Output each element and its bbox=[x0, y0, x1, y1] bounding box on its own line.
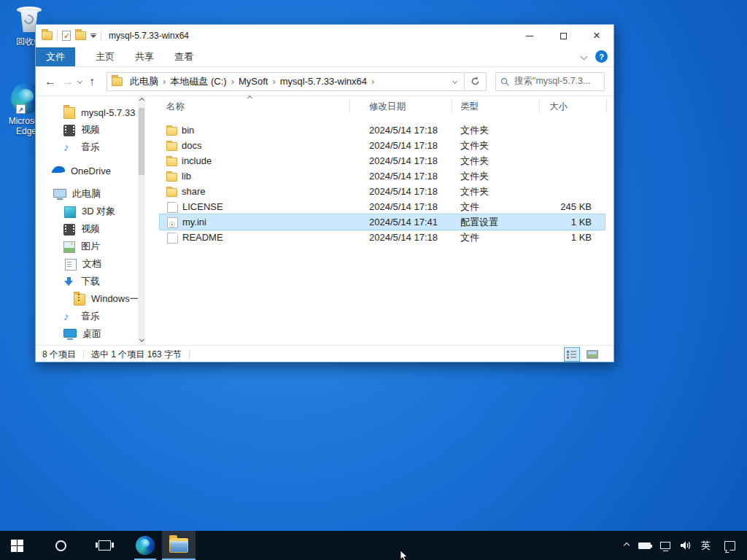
properties-button[interactable] bbox=[62, 31, 71, 41]
sidebar-item[interactable]: 图片 bbox=[36, 238, 138, 255]
sidebar-item[interactable]: Windows一键 bbox=[36, 290, 138, 308]
breadcrumb-separator-icon[interactable]: › bbox=[161, 76, 167, 87]
minimize-button[interactable]: ─ bbox=[513, 25, 546, 47]
volume-icon[interactable] bbox=[680, 540, 692, 551]
sidebar-item[interactable]: mysql-5.7.33 bbox=[36, 104, 138, 121]
breadcrumb-item[interactable]: 本地磁盘 (C:) bbox=[167, 75, 229, 88]
file-name: include bbox=[182, 153, 212, 168]
file-row[interactable]: docs2024/5/14 17:18文件夹 bbox=[160, 138, 605, 153]
taskbar-edge-button[interactable] bbox=[128, 531, 162, 560]
breadcrumb-separator-icon[interactable]: › bbox=[230, 76, 236, 87]
sidebar-item[interactable]: 音乐 bbox=[36, 308, 138, 325]
config-file-icon bbox=[167, 217, 178, 228]
column-header-name[interactable]: 名称 bbox=[166, 101, 185, 113]
sidebar-scrollbar[interactable] bbox=[138, 96, 145, 345]
items-count: 8 个项目 bbox=[42, 349, 76, 361]
sidebar-item[interactable]: 3D 对象 bbox=[36, 203, 138, 220]
cortana-search-icon bbox=[55, 540, 66, 551]
ribbon-tab-share[interactable]: 共享 bbox=[125, 47, 164, 66]
search-icon bbox=[500, 77, 509, 86]
breadcrumb-separator-icon[interactable]: › bbox=[370, 76, 376, 87]
windows-logo-icon bbox=[11, 540, 23, 552]
new-folder-button[interactable] bbox=[75, 31, 86, 40]
column-header-date[interactable]: 修改日期 bbox=[369, 101, 406, 113]
ribbon-tab-view[interactable]: 查看 bbox=[164, 47, 204, 66]
folder-icon bbox=[166, 142, 177, 151]
file-row[interactable]: LICENSE2024/5/14 17:18文件245 KB bbox=[160, 199, 605, 214]
file-name: LICENSE bbox=[182, 199, 223, 214]
file-row[interactable]: bin2024/5/14 17:18文件夹 bbox=[160, 122, 605, 138]
action-center-icon[interactable] bbox=[724, 541, 735, 551]
selection-status: 选中 1 个项目 163 字节 bbox=[91, 349, 182, 361]
back-button[interactable]: ← bbox=[42, 75, 59, 88]
show-hidden-icons-button[interactable] bbox=[624, 542, 630, 548]
customize-qat-button[interactable] bbox=[90, 34, 96, 39]
task-view-button[interactable] bbox=[88, 531, 121, 560]
task-view-icon bbox=[98, 540, 111, 551]
start-button[interactable] bbox=[0, 531, 34, 560]
status-bar: 8 个项目 选中 1 个项目 163 字节 bbox=[36, 345, 614, 363]
sidebar-item-label: 音乐 bbox=[81, 310, 100, 323]
address-bar[interactable]: 此电脑›本地磁盘 (C:)›MySoft›mysql-5.7.33-winx64… bbox=[107, 72, 487, 91]
file-row[interactable]: README2024/5/14 17:18文件1 KB bbox=[160, 230, 605, 245]
file-type: 文件夹 bbox=[460, 153, 489, 168]
ribbon-tab-home[interactable]: 主页 bbox=[85, 47, 125, 66]
recent-locations-icon[interactable] bbox=[77, 79, 82, 84]
file-explorer-icon bbox=[169, 538, 188, 553]
sidebar-item[interactable]: 下载 bbox=[36, 273, 138, 290]
sidebar-item[interactable]: 音乐 bbox=[36, 139, 138, 156]
column-header-size[interactable]: 大小 bbox=[549, 101, 568, 113]
search-taskbar-button[interactable] bbox=[44, 531, 77, 560]
address-dropdown-icon[interactable] bbox=[445, 73, 464, 90]
details-view-button[interactable] bbox=[564, 347, 580, 362]
sidebar-item-label: OneDrive bbox=[71, 166, 111, 176]
breadcrumb-separator-icon[interactable]: › bbox=[271, 76, 276, 87]
folder-icon bbox=[166, 158, 177, 166]
forward-button[interactable]: → bbox=[59, 75, 77, 88]
ribbon-tabs: 文件主页共享查看 ? bbox=[36, 47, 614, 67]
thumbnail-view-button[interactable] bbox=[584, 347, 600, 362]
file-size: 245 KB bbox=[539, 199, 592, 214]
folder-icon bbox=[63, 107, 75, 119]
breadcrumb-item[interactable]: mysql-5.7.33-winx64 bbox=[277, 76, 370, 87]
sidebar-item-label: 此电脑 bbox=[72, 187, 101, 201]
breadcrumb: 此电脑›本地磁盘 (C:)›MySoft›mysql-5.7.33-winx64… bbox=[123, 75, 445, 88]
file-row[interactable]: my.ini2024/5/14 17:41配置设置1 KB bbox=[160, 214, 605, 230]
file-row[interactable]: include2024/5/14 17:18文件夹 bbox=[160, 153, 605, 168]
thumbnail-view-icon bbox=[587, 350, 598, 359]
sidebar-item[interactable]: 视频 bbox=[36, 220, 138, 238]
network-icon[interactable] bbox=[660, 542, 670, 549]
maximize-button[interactable] bbox=[546, 25, 580, 47]
up-button[interactable]: ↑ bbox=[83, 75, 101, 88]
scrollbar-thumb[interactable] bbox=[139, 108, 144, 175]
help-button[interactable]: ? bbox=[595, 50, 608, 63]
file-date: 2024/5/14 17:18 bbox=[369, 122, 438, 138]
file-date: 2024/5/14 17:18 bbox=[369, 153, 438, 168]
sidebar-item[interactable]: 视频 bbox=[36, 121, 138, 139]
sort-ascending-icon bbox=[248, 96, 252, 100]
breadcrumb-item[interactable]: 此电脑 bbox=[127, 75, 161, 88]
ribbon-tab-file[interactable]: 文件 bbox=[36, 47, 75, 66]
taskbar-explorer-button[interactable] bbox=[162, 531, 196, 560]
scrollbar-down-icon[interactable] bbox=[139, 338, 144, 343]
collapse-ribbon-icon[interactable] bbox=[581, 53, 588, 61]
search-input[interactable]: 搜索"mysql-5.7.3... bbox=[495, 72, 605, 91]
file-row[interactable]: share2024/5/14 17:18文件夹 bbox=[160, 184, 605, 199]
file-date: 2024/5/14 17:18 bbox=[369, 138, 438, 153]
ime-language-indicator[interactable]: 英 bbox=[701, 539, 711, 552]
scrollbar-up-icon[interactable] bbox=[139, 98, 144, 104]
file-date: 2024/5/14 17:41 bbox=[369, 214, 438, 230]
breadcrumb-item[interactable]: MySoft bbox=[236, 76, 271, 87]
file-name: README bbox=[182, 230, 223, 245]
battery-icon[interactable] bbox=[638, 542, 651, 549]
sidebar-item[interactable]: 文档 bbox=[36, 255, 138, 273]
address-folder-icon bbox=[112, 77, 123, 86]
file-row[interactable]: lib2024/5/14 17:18文件夹 bbox=[160, 168, 605, 184]
search-placeholder: 搜索"mysql-5.7.3... bbox=[514, 75, 590, 88]
sidebar-item[interactable]: 桌面 bbox=[36, 325, 138, 343]
close-button[interactable]: × bbox=[580, 25, 614, 47]
refresh-button[interactable] bbox=[464, 73, 486, 90]
sidebar-item[interactable]: 此电脑 bbox=[36, 185, 138, 203]
sidebar-item[interactable]: OneDrive bbox=[36, 162, 138, 179]
column-header-type[interactable]: 类型 bbox=[460, 101, 479, 113]
